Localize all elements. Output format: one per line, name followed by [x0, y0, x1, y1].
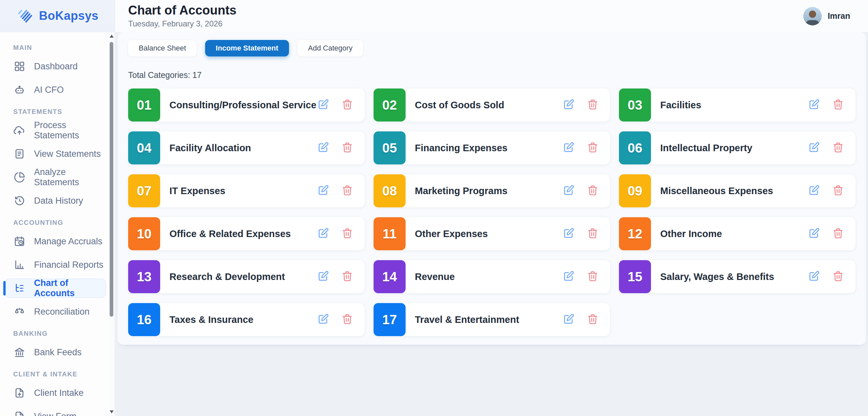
sidebar-section: BANKING Bank Feeds [0, 330, 115, 362]
sidebar-section: MAIN Dashboard AI CFO [0, 44, 115, 99]
category-actions [808, 227, 844, 241]
delete-category-button[interactable] [587, 313, 599, 326]
sidebar-item-bank-feeds[interactable]: Bank Feeds [5, 343, 106, 362]
category-card-travel-and-entertainment: 17 Travel & Entertainment [374, 303, 610, 336]
delete-category-button[interactable] [832, 184, 844, 197]
trash-icon [587, 141, 599, 155]
sidebar-item-ai-cfo[interactable]: AI CFO [5, 80, 106, 99]
delete-category-button[interactable] [341, 227, 353, 241]
sidebar-scrollbar[interactable] [108, 32, 114, 416]
edit-icon [317, 184, 329, 197]
delete-category-button[interactable] [832, 227, 844, 241]
tab-balance-sheet[interactable]: Balance Sheet [128, 40, 196, 57]
user-menu[interactable]: Imran [803, 7, 850, 25]
sidebar-item-client-intake[interactable]: Client Intake [5, 383, 106, 403]
delete-category-button[interactable] [341, 98, 353, 111]
category-name: Facilities [660, 100, 701, 110]
category-number-tile: 07 [128, 174, 160, 207]
main-pane: Chart of Accounts Tuesday, February 3, 2… [115, 0, 868, 416]
category-number-tile: 06 [619, 131, 651, 164]
delete-category-button[interactable] [587, 141, 599, 155]
category-number-tile: 15 [619, 260, 651, 293]
category-number-tile: 02 [374, 89, 406, 122]
category-card-intellectual-property: 06 Intellectual Property [619, 131, 856, 164]
scrollbar-thumb[interactable] [110, 42, 113, 317]
category-actions [317, 184, 353, 197]
delete-category-button[interactable] [832, 270, 844, 283]
category-number-tile: 14 [374, 260, 406, 293]
delete-category-button[interactable] [341, 184, 353, 197]
category-card-other-income: 12 Other Income [619, 217, 856, 250]
delete-category-button[interactable] [587, 270, 599, 283]
category-card-other-expenses: 11 Other Expenses [374, 217, 610, 250]
category-name: Miscellaneous Expenses [660, 186, 773, 196]
edit-category-button[interactable] [317, 313, 329, 326]
trash-icon [832, 141, 844, 155]
edit-category-button[interactable] [317, 184, 329, 197]
trash-icon [341, 98, 353, 111]
delete-category-button[interactable] [587, 184, 599, 197]
edit-icon [317, 270, 329, 283]
edit-category-button[interactable] [808, 270, 820, 283]
category-number-tile: 04 [128, 131, 160, 164]
category-actions [808, 98, 844, 111]
delete-category-button[interactable] [341, 313, 353, 326]
delete-category-button[interactable] [832, 141, 844, 155]
category-actions [808, 184, 844, 197]
edit-category-button[interactable] [317, 227, 329, 241]
edit-category-button[interactable] [562, 227, 575, 241]
category-actions [562, 313, 599, 326]
tab-income-statement[interactable]: Income Statement [205, 40, 289, 57]
delete-category-button[interactable] [341, 270, 353, 283]
edit-icon [562, 184, 575, 197]
page-title: Chart of Accounts [128, 4, 237, 18]
sidebar-item-view-statements[interactable]: View Statements [5, 144, 106, 163]
scrollbar-down-arrow-icon[interactable] [110, 410, 114, 413]
user-photo-avatar[interactable] [803, 7, 822, 25]
edit-category-button[interactable] [562, 98, 575, 111]
delete-category-button[interactable] [587, 98, 599, 111]
category-actions [317, 227, 353, 241]
delete-category-button[interactable] [832, 98, 844, 111]
category-number-tile: 09 [619, 174, 651, 207]
edit-category-button[interactable] [808, 141, 820, 155]
category-name: Taxes & Insurance [169, 314, 253, 325]
edit-category-button[interactable] [562, 313, 575, 326]
category-number-tile: 01 [128, 89, 160, 122]
sidebar-item-manage-accruals[interactable]: Manage Accruals [5, 232, 106, 251]
edit-category-button[interactable] [317, 98, 329, 111]
sidebar-item-dashboard[interactable]: Dashboard [5, 57, 106, 76]
document-icon [13, 148, 25, 160]
edit-category-button[interactable] [562, 184, 575, 197]
scrollbar-up-arrow-icon[interactable] [110, 35, 114, 38]
sidebar-item-analyze-statements[interactable]: Analyze Statements [5, 168, 106, 187]
sidebar-item-chart-of-accounts[interactable]: Chart of Accounts [5, 279, 106, 298]
sidebar-section: STATEMENTS Process Statements View State… [0, 108, 115, 210]
brand-logo[interactable]: BoKapsys [0, 0, 115, 32]
edit-category-button[interactable] [808, 227, 820, 241]
sidebar-item-reconciliation[interactable]: Reconciliation [5, 302, 106, 321]
edit-category-button[interactable] [808, 98, 820, 111]
tab-add-category[interactable]: Add Category [298, 40, 363, 57]
edit-icon [317, 141, 329, 155]
edit-category-button[interactable] [317, 141, 329, 155]
category-name: Marketing Programs [415, 186, 507, 196]
sidebar-item-process-statements[interactable]: Process Statements [5, 121, 106, 140]
edit-icon [562, 270, 575, 283]
sidebar-item-financial-reports[interactable]: Financial Reports [5, 255, 106, 275]
cloud-upload-icon [13, 125, 25, 136]
trash-icon [587, 184, 599, 197]
edit-category-button[interactable] [562, 270, 575, 283]
edit-category-button[interactable] [562, 141, 575, 155]
sidebar-item-data-history[interactable]: Data History [5, 191, 106, 210]
sidebar-item-view-form[interactable]: View Form [5, 407, 106, 416]
category-actions [317, 98, 353, 111]
history-icon [13, 195, 25, 207]
edit-icon [808, 270, 820, 283]
category-name: Cost of Goods Sold [415, 100, 504, 110]
delete-category-button[interactable] [341, 141, 353, 155]
delete-category-button[interactable] [587, 227, 599, 241]
edit-category-button[interactable] [317, 270, 329, 283]
edit-category-button[interactable] [808, 184, 820, 197]
category-name: Other Income [660, 228, 722, 239]
